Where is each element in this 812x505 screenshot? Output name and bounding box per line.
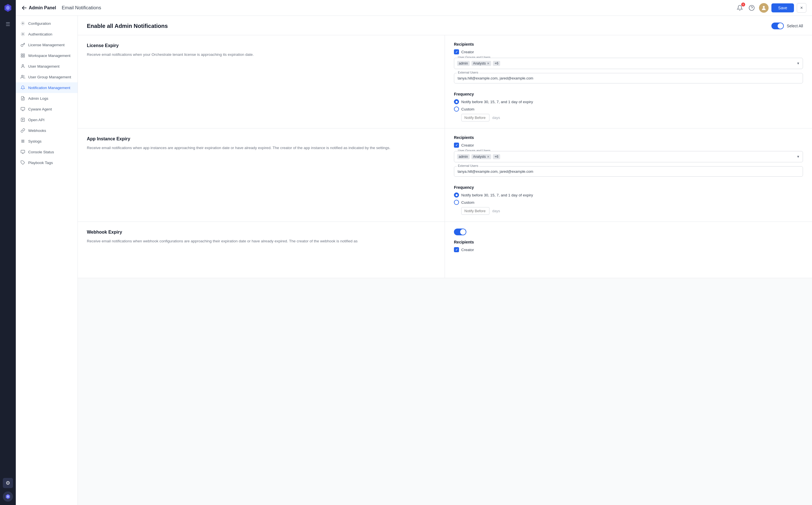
sidebar-item-user-group[interactable]: User Group Management (16, 71, 78, 82)
sidebar-item-console-status[interactable]: Console Status (16, 147, 78, 157)
creator-checkbox-3[interactable] (454, 247, 459, 252)
external-users-label-1: External Users (457, 71, 479, 74)
radio-label-1-opt2: Custom (461, 107, 475, 111)
radio-label-1-opt1: Notify before 30, 15, 7, and 1 day of ex… (461, 100, 533, 104)
user-avatar[interactable] (759, 3, 769, 13)
sidebar-item-configuration[interactable]: Configuration (16, 18, 78, 29)
creator-label-3: Creator (461, 248, 474, 252)
settings-rail-icon[interactable]: ⚙ (3, 478, 13, 488)
notify-before-row-2: days (454, 207, 803, 215)
external-users-field-1: External Users (454, 73, 803, 88)
radio-2-opt2[interactable] (454, 200, 459, 205)
webhooks-icon (20, 128, 25, 133)
notify-before-row-1: days (454, 114, 803, 122)
sidebar-label-console-status: Console Status (28, 150, 54, 154)
external-users-input-1[interactable] (454, 73, 803, 83)
creator-checkbox-2[interactable] (454, 143, 459, 148)
tag-analysts-remove-2[interactable]: ✕ (487, 155, 490, 159)
close-button[interactable]: × (797, 3, 806, 13)
tag-admin-1: admin (457, 61, 470, 66)
app-instance-left: App Instance Expiry Receive email notifi… (78, 129, 445, 221)
app-instance-expiry-section: App Instance Expiry Receive email notifi… (78, 129, 812, 222)
license-expiry-desc: Receive email notifications when your Or… (87, 51, 436, 58)
sidebar-item-workspace[interactable]: Workspace Management (16, 50, 78, 61)
notify-before-input-2[interactable] (461, 207, 490, 215)
workspace-icon (20, 53, 25, 58)
sidebar-item-webhooks[interactable]: Webhooks (16, 125, 78, 136)
days-label-1: days (492, 116, 500, 120)
sidebar-item-playbook-tags[interactable]: Playbook Tags (16, 157, 78, 168)
sidebar-label-workspace: Workspace Management (28, 53, 71, 58)
select-all-toggle[interactable] (771, 23, 784, 29)
console-status-icon (20, 149, 25, 154)
frequency-label-1: Frequency (454, 92, 803, 97)
radio-2-opt1[interactable] (454, 192, 459, 197)
license-expiry-left: License Expiry Receive email notificatio… (78, 35, 445, 128)
sidebar-label-syslogs: Syslogs (28, 139, 41, 143)
license-expiry-section: License Expiry Receive email notificatio… (78, 35, 812, 129)
license-expiry-right: Recipients Creator User Groups and Users… (445, 35, 812, 128)
svg-point-14 (21, 75, 23, 77)
topbar-actions: 1 Save × (735, 3, 806, 13)
radio-row-1-opt1: Notify before 30, 15, 7, and 1 day of ex… (454, 99, 803, 104)
sidebar-item-license[interactable]: License Management (16, 39, 78, 50)
recipients-label-3: Recipients (454, 240, 803, 244)
sidebar-label-user-group: User Group Management (28, 75, 71, 79)
sidebar-item-syslogs[interactable]: Syslogs (16, 136, 78, 147)
svg-point-13 (22, 64, 23, 66)
user-management-icon (20, 64, 25, 69)
sidebar-item-notification[interactable]: Notification Management (16, 82, 78, 93)
sidebar-label-configuration: Configuration (28, 21, 51, 26)
sidebar-nav: Configuration Authentication License Man… (16, 16, 78, 505)
syslogs-icon (20, 139, 25, 144)
save-button[interactable]: Save (771, 3, 794, 12)
webhook-expiry-desc: Receive email notifications when webhook… (87, 238, 436, 244)
svg-point-7 (22, 23, 23, 24)
tag-more-1: +6 (493, 61, 500, 66)
back-button[interactable]: Admin Panel (21, 5, 56, 11)
sidebar-label-playbook-tags: Playbook Tags (28, 161, 53, 165)
user-group-icon (20, 74, 25, 79)
external-users-label-2: External Users (457, 164, 479, 167)
sidebar-item-open-api[interactable]: Open API (16, 115, 78, 125)
svg-rect-11 (23, 56, 24, 57)
sidebar-label-webhooks: Webhooks (28, 129, 46, 133)
svg-rect-10 (23, 54, 24, 55)
tag-analysts-remove-1[interactable]: ✕ (487, 62, 490, 65)
svg-rect-17 (21, 107, 24, 110)
cyware-logo-bottom (3, 492, 13, 502)
creator-checkbox-1[interactable] (454, 49, 459, 54)
sidebar-item-admin-logs[interactable]: Admin Logs (16, 93, 78, 104)
menu-icon[interactable]: ☰ (3, 19, 13, 29)
recipients-label-1: Recipients (454, 42, 803, 46)
sidebar-item-cyware-agent[interactable]: Cyware Agent (16, 104, 78, 115)
app-instance-title: App Instance Expiry (87, 136, 436, 142)
notify-before-input-1[interactable] (461, 114, 490, 122)
frequency-label-2: Frequency (454, 185, 803, 190)
main-content: Enable all Admin Notifications Select Al… (78, 16, 812, 505)
authentication-icon (20, 31, 25, 37)
webhook-expiry-right: Recipients Creator (445, 222, 812, 278)
select-all-row: Select All (771, 23, 803, 29)
app-logo[interactable] (3, 3, 12, 13)
left-rail: ☰ ⚙ (0, 0, 16, 505)
notification-icon[interactable]: 1 (735, 3, 745, 12)
svg-rect-12 (21, 56, 23, 57)
sidebar-label-admin-logs: Admin Logs (28, 97, 48, 101)
admin-logs-icon (20, 96, 25, 101)
creator-label-1: Creator (461, 50, 474, 54)
user-groups-select-2[interactable]: admin Analysts ✕ +6 ▼ (454, 151, 803, 162)
help-icon[interactable] (747, 3, 756, 12)
user-groups-select-1[interactable]: admin Analysts ✕ +6 ▼ (454, 58, 803, 69)
sidebar-item-authentication[interactable]: Authentication (16, 29, 78, 39)
sidebar-item-user-management[interactable]: User Management (16, 61, 78, 71)
radio-1-opt2[interactable] (454, 107, 459, 112)
tag-more-2: +6 (493, 154, 500, 159)
notification-sections: License Expiry Receive email notificatio… (78, 35, 812, 278)
radio-1-opt1[interactable] (454, 99, 459, 104)
sidebar-label-authentication: Authentication (28, 32, 52, 36)
select-all-label: Select All (787, 24, 803, 28)
dropdown-arrow-1: ▼ (797, 61, 800, 65)
webhook-toggle[interactable] (454, 228, 466, 235)
external-users-input-2[interactable] (454, 166, 803, 177)
